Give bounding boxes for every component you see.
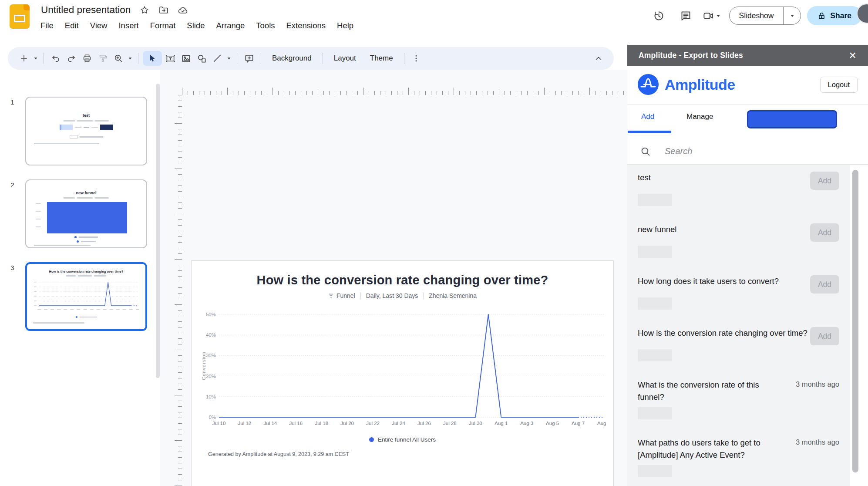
svg-text:Jul 28: Jul 28 (443, 421, 457, 426)
svg-text:10%: 10% (206, 394, 216, 399)
menu-insert[interactable]: Insert (113, 18, 144, 33)
menu-extensions[interactable]: Extensions (281, 18, 332, 33)
slides-logo[interactable] (10, 4, 30, 29)
add-button[interactable]: Add (810, 275, 839, 294)
slideshow-options-caret[interactable] (783, 7, 801, 24)
slide-thumbnail-3-selected[interactable]: How is the conversion rate changing over… (25, 262, 147, 331)
insert-line-button[interactable] (210, 51, 225, 66)
slide-canvas-area: How is the conversion rate changing over… (160, 70, 627, 486)
star-icon[interactable] (139, 5, 150, 15)
cloud-status-icon[interactable] (178, 5, 188, 15)
addon-title: Amplitude - Export to Slides (639, 51, 743, 60)
horizontal-ruler (182, 84, 627, 95)
insert-comment-button[interactable] (242, 51, 256, 66)
insert-image-button[interactable] (178, 51, 193, 66)
menu-format[interactable]: Format (145, 18, 182, 33)
sidebar-scrollbar[interactable] (852, 170, 858, 472)
more-options-button[interactable] (409, 51, 424, 66)
google-slides-app: Untitled presentation FileEditViewInsert… (0, 0, 868, 486)
search-input[interactable] (665, 146, 795, 156)
menu-help[interactable]: Help (331, 18, 359, 33)
svg-text:Jul 22: Jul 22 (366, 421, 380, 426)
slide-filmstrip: 1 test 2 new fu (0, 70, 155, 486)
legend-dot (369, 437, 374, 442)
svg-text:Aug 7: Aug 7 (572, 421, 585, 426)
toolbar-separator (138, 53, 138, 64)
result-timestamp: 3 months ago (796, 437, 839, 446)
new-slide-caret[interactable] (32, 51, 39, 66)
insert-shape-button[interactable] (194, 51, 209, 66)
zoom-button[interactable] (111, 51, 126, 66)
logo-fold (24, 4, 30, 10)
conversion-line-chart: 0%10%20%30%40%50%Jul 10Jul 12Jul 14Jul 1… (200, 306, 607, 428)
undo-button[interactable] (48, 51, 63, 66)
logout-button[interactable]: Logout (820, 77, 858, 93)
slideshow-label: Slideshow (739, 11, 774, 20)
new-slide-button[interactable] (17, 51, 31, 66)
list-item: new funnelAdd (627, 217, 850, 269)
menu-file[interactable]: File (35, 18, 59, 33)
paint-format-button[interactable] (95, 51, 110, 66)
menu-tools[interactable]: Tools (250, 18, 280, 33)
thumb-legend-2 (26, 240, 146, 243)
svg-text:Jul 26: Jul 26 (417, 421, 431, 426)
amplitude-wordmark: Amplitude (665, 76, 735, 93)
slide-thumbnail-1[interactable]: test (25, 97, 147, 165)
tab-add[interactable]: Add (641, 112, 654, 121)
share-button[interactable]: Share (807, 6, 862, 25)
add-button[interactable]: Add (810, 327, 839, 345)
tab-manage[interactable]: Manage (686, 112, 713, 121)
addon-header: Amplitude - Export to Slides ✕ (627, 45, 868, 66)
add-button[interactable]: Add (810, 172, 839, 190)
menu-arrange[interactable]: Arrange (210, 18, 250, 33)
toolbar-separator (261, 53, 261, 64)
result-skeleton (638, 246, 672, 258)
svg-text:Aug 3: Aug 3 (520, 421, 533, 426)
text-box-button[interactable] (163, 51, 178, 66)
legend-label: Entire funnel All Users (378, 436, 436, 443)
chart-meta-row: Funnel Daily, Last 30 Days Zhenia Semeni… (192, 292, 613, 299)
slide-thumbnail-2[interactable]: new funnel (25, 179, 147, 248)
insert-line-caret[interactable] (225, 51, 232, 66)
svg-text:20%: 20% (206, 374, 216, 379)
list-item: What is the conversion rate of this funn… (627, 372, 850, 430)
share-label: Share (830, 11, 851, 20)
background-button[interactable]: Background (266, 54, 318, 63)
toolbar-separator (323, 53, 323, 64)
zoom-caret[interactable] (127, 51, 134, 66)
slideshow-button[interactable]: Slideshow (730, 7, 784, 24)
toolbar-separator (404, 53, 404, 64)
document-title[interactable]: Untitled presentation (41, 4, 131, 16)
select-tool-button[interactable] (143, 51, 162, 66)
version-history-icon[interactable] (649, 5, 670, 26)
lock-icon (818, 12, 826, 20)
sidebar-focused-blue-button[interactable] (747, 110, 837, 128)
move-to-folder-icon[interactable] (158, 5, 169, 15)
caret-down-icon (715, 13, 721, 19)
theme-button[interactable]: Theme (363, 54, 400, 63)
close-icon[interactable]: ✕ (849, 51, 857, 61)
svg-text:50%: 50% (206, 312, 216, 317)
thumb-ytick (36, 219, 41, 219)
menu-view[interactable]: View (84, 18, 113, 33)
toolbar-separator (44, 53, 44, 64)
result-title: What paths do users take to get to [Ampl… (638, 437, 781, 461)
filmstrip-scrollbar[interactable] (156, 84, 160, 378)
print-button[interactable] (80, 51, 94, 66)
add-button[interactable]: Add (810, 223, 839, 242)
svg-text:40%: 40% (206, 332, 216, 338)
menu-slide[interactable]: Slide (181, 18, 210, 33)
thumb-title: How is the conversion rate changing over… (27, 270, 145, 273)
current-slide[interactable]: How is the conversion rate changing over… (191, 260, 614, 486)
amplitude-logo-icon (638, 74, 659, 95)
svg-text:Jul 12: Jul 12 (238, 421, 252, 426)
list-item: How long does it take users to convert?A… (627, 269, 850, 321)
join-call-control[interactable] (703, 10, 723, 22)
slide-number: 2 (10, 181, 14, 189)
layout-button[interactable]: Layout (327, 54, 363, 63)
collapse-toolbar-button[interactable] (591, 51, 606, 66)
chart-author: Zhenia Semenina (429, 292, 477, 299)
comments-icon[interactable] (676, 5, 696, 26)
redo-button[interactable] (64, 51, 79, 66)
menu-edit[interactable]: Edit (59, 18, 84, 33)
